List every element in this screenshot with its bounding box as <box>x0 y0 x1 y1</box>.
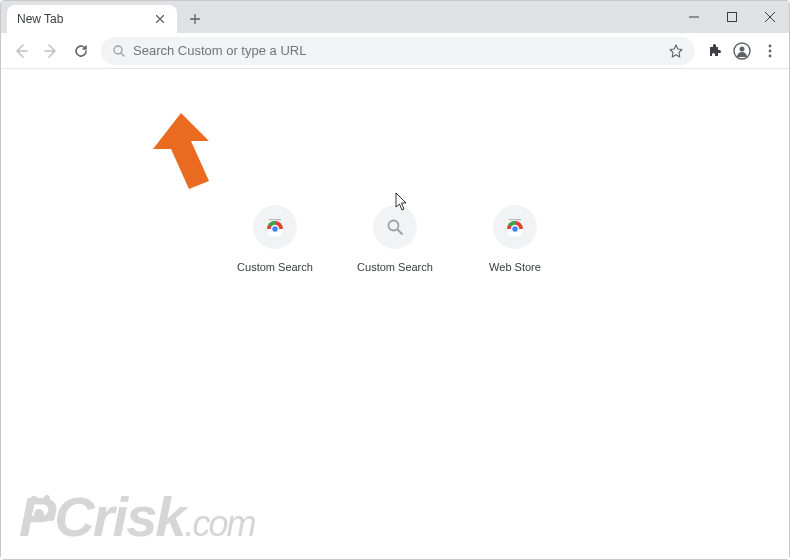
svg-rect-9 <box>269 219 281 220</box>
address-input[interactable] <box>133 43 663 58</box>
annotation-arrow-icon <box>151 111 231 191</box>
reload-icon <box>73 43 89 59</box>
puzzle-icon <box>707 44 721 58</box>
svg-point-4 <box>769 44 772 47</box>
titlebar: New Tab <box>1 1 789 33</box>
tab-title: New Tab <box>17 12 63 26</box>
shortcut-label: Custom Search <box>357 261 433 273</box>
window-controls <box>675 1 789 33</box>
browser-window: New Tab <box>0 0 790 560</box>
window-close-button[interactable] <box>751 1 789 33</box>
svg-point-14 <box>30 496 38 504</box>
toolbar <box>1 33 789 69</box>
svg-point-3 <box>740 46 745 51</box>
back-button[interactable] <box>7 37 35 65</box>
svg-point-12 <box>512 226 519 233</box>
maximize-icon <box>727 12 737 22</box>
close-icon <box>765 12 775 22</box>
reload-button[interactable] <box>67 37 95 65</box>
svg-point-6 <box>769 54 772 57</box>
window-minimize-button[interactable] <box>675 1 713 33</box>
shortcut-label: Custom Search <box>237 261 313 273</box>
svg-point-15 <box>44 495 50 501</box>
shortcut-bubble <box>253 205 297 249</box>
page-content: Custom Search Custom Search <box>1 69 789 559</box>
watermark: PC risk.com <box>19 484 254 549</box>
tab-close-button[interactable] <box>153 12 167 26</box>
new-tab-button[interactable] <box>183 7 207 31</box>
star-icon <box>669 44 683 58</box>
window-maximize-button[interactable] <box>713 1 751 33</box>
shortcut-label: Web Store <box>489 261 541 273</box>
chrome-icon <box>264 216 286 238</box>
shortcut-bubble <box>373 205 417 249</box>
forward-button[interactable] <box>37 37 65 65</box>
account-icon <box>733 42 751 60</box>
close-icon <box>156 15 164 23</box>
watermark-tld: .com <box>184 503 254 544</box>
watermark-prefix: PC <box>19 484 93 549</box>
kebab-icon <box>768 44 772 58</box>
shortcut-bubble <box>493 205 537 249</box>
svg-point-16 <box>34 509 44 519</box>
toolbar-right <box>701 38 783 64</box>
shortcuts-grid: Custom Search Custom Search <box>237 205 553 273</box>
svg-point-17 <box>47 513 55 521</box>
minimize-icon <box>689 12 699 22</box>
watermark-suffix: risk <box>93 485 185 548</box>
svg-point-5 <box>769 49 772 52</box>
search-icon <box>387 219 403 235</box>
extensions-button[interactable] <box>701 38 727 64</box>
watermark-dots-icon <box>29 494 55 524</box>
tab-active[interactable]: New Tab <box>7 5 177 33</box>
search-icon <box>113 45 125 57</box>
svg-rect-13 <box>509 219 521 220</box>
forward-arrow-icon <box>43 43 59 59</box>
menu-button[interactable] <box>757 38 783 64</box>
shortcut-custom-search-1[interactable]: Custom Search <box>237 205 313 273</box>
address-bar[interactable] <box>101 37 695 65</box>
shortcut-custom-search-2[interactable]: Custom Search <box>357 205 433 273</box>
bookmark-button[interactable] <box>669 44 683 58</box>
svg-point-8 <box>272 226 279 233</box>
profile-button[interactable] <box>729 38 755 64</box>
plus-icon <box>190 14 200 24</box>
back-arrow-icon <box>13 43 29 59</box>
chrome-icon <box>504 216 526 238</box>
shortcut-web-store[interactable]: Web Store <box>477 205 553 273</box>
svg-rect-0 <box>728 13 737 22</box>
